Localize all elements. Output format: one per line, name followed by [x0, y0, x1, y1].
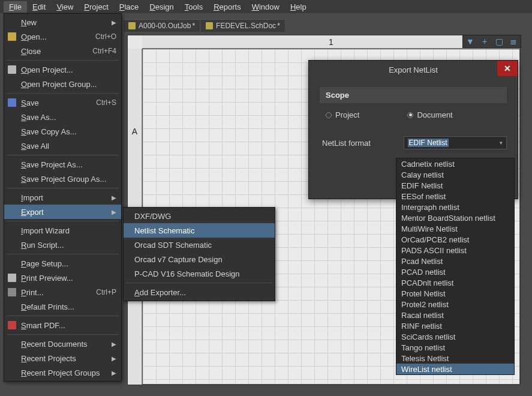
netlist-option[interactable]: RINF netlist — [396, 320, 514, 331]
close-button[interactable]: ✕ — [497, 61, 518, 76]
netlist-option[interactable]: Protel Netlist — [396, 288, 514, 299]
menu-item-save-as[interactable]: Save As... — [4, 110, 121, 124]
menu-item-export[interactable]: Export▶ — [4, 205, 121, 219]
netlist-option[interactable]: PCADnlt netlist — [396, 277, 514, 288]
menu-item-label: Netlist Schematic — [134, 226, 194, 235]
canvas-toolbar: ▼ + ▢ ≣ — [462, 35, 521, 48]
netlist-option[interactable]: Protel2 netlist — [396, 299, 514, 310]
menu-separator — [7, 316, 119, 316]
menu-item-label: Recent Documents — [21, 340, 88, 349]
menu-item-save-proj[interactable]: Save Project As... — [4, 157, 121, 172]
dirty-indicator: * — [192, 22, 195, 30]
menu-item-run-script[interactable]: Run Script... — [4, 238, 121, 252]
menu-item-open-group[interactable]: Open Project Group... — [4, 77, 121, 91]
menu-separator — [7, 334, 119, 335]
menu-item-new[interactable]: New▶ — [4, 15, 121, 29]
rect-icon[interactable]: ▢ — [492, 35, 506, 47]
document-tab[interactable]: FEDEVEL.SchDoc * — [201, 19, 285, 32]
format-label: NetList format — [322, 139, 387, 148]
submenu-arrow-icon: ▶ — [112, 355, 116, 362]
export-item[interactable]: Orcad v7 Capture Design — [124, 252, 275, 266]
menu-item-save[interactable]: SaveCtrl+S — [4, 95, 121, 110]
netlist-option[interactable]: MultiWire Netlist — [396, 223, 514, 234]
menu-project[interactable]: Project — [79, 1, 113, 13]
menu-item-import-wiz[interactable]: Import Wizard — [4, 223, 121, 238]
menu-item-print[interactable]: Print...Ctrl+P — [4, 285, 121, 299]
dirty-indicator: * — [277, 22, 280, 30]
menu-item-smart-pdf[interactable]: Smart PDF... — [4, 318, 121, 332]
menu-item-open[interactable]: Open...Ctrl+O — [4, 29, 121, 44]
menu-item-label: P-CAD V16 Schematic Design — [134, 269, 240, 278]
netlist-option[interactable]: WireList netlist — [396, 364, 514, 374]
menu-item-open-project[interactable]: Open Project... — [4, 62, 121, 77]
list-icon[interactable]: ≣ — [506, 35, 521, 47]
menu-item-recent-docs[interactable]: Recent Documents▶ — [4, 337, 121, 351]
menu-place[interactable]: Place — [114, 1, 145, 13]
menu-item-print-preview[interactable]: Print Preview... — [4, 271, 121, 285]
menu-file[interactable]: File — [4, 1, 27, 13]
netlist-option[interactable]: Mentor BoardStation netlist — [396, 212, 514, 223]
netlist-option[interactable]: Intergraph netlist — [396, 202, 514, 212]
dialog-title: Export NetList — [389, 65, 438, 74]
menu-edit[interactable]: Edit — [27, 1, 51, 13]
menu-window[interactable]: Window — [247, 1, 285, 13]
menu-item-save-all[interactable]: Save All — [4, 139, 121, 153]
file-menu: New▶Open...Ctrl+OCloseCtrl+F4Open Projec… — [4, 13, 122, 382]
submenu-arrow-icon: ▶ — [112, 370, 116, 376]
add-exporter[interactable]: Add Exporter... — [124, 285, 275, 299]
netlist-option[interactable]: PADS ASCII netlist — [396, 245, 514, 256]
menu-item-label: Export — [21, 208, 44, 217]
combo-selected-value: EDIF Netlist — [408, 139, 449, 147]
export-item[interactable]: DXF/DWG — [124, 209, 275, 223]
export-item[interactable]: P-CAD V16 Schematic Design — [124, 266, 275, 281]
netlist-format-dropdown: Cadnetix netlistCalay netlistEDIF Netlis… — [396, 158, 515, 375]
menu-item-recent-groups[interactable]: Recent Project Groups▶ — [4, 365, 121, 380]
netlist-option[interactable]: Tango netlist — [396, 342, 514, 353]
menu-view[interactable]: View — [51, 1, 79, 13]
netlist-option[interactable]: Calay netlist — [396, 169, 514, 180]
plus-icon[interactable]: + — [477, 35, 492, 47]
menu-item-save-group[interactable]: Save Project Group As... — [4, 172, 121, 186]
menu-item-label: Recent Projects — [21, 354, 76, 363]
menu-design[interactable]: Design — [144, 1, 179, 13]
menu-item-label: Import — [21, 193, 43, 202]
radio-project[interactable]: Project — [326, 110, 359, 119]
menu-item-close[interactable]: CloseCtrl+F4 — [4, 44, 121, 58]
menu-help[interactable]: Help — [285, 1, 312, 13]
menu-item-label: Orcad v7 Capture Design — [134, 255, 223, 264]
export-item[interactable]: Netlist Schematic — [124, 223, 275, 238]
netlist-format-combo[interactable]: EDIF Netlist ▾ — [404, 136, 507, 149]
save-icon — [8, 98, 16, 107]
tab-label: FEDEVEL.SchDoc — [216, 22, 276, 30]
radio-document[interactable]: Document — [407, 110, 452, 119]
menu-item-default-prints[interactable]: Default Prints... — [4, 299, 121, 314]
doc-icon — [8, 274, 16, 282]
menu-item-label: Default Prints... — [21, 302, 74, 311]
menu-tools[interactable]: Tools — [179, 1, 208, 13]
netlist-option[interactable]: PCAD netlist — [396, 266, 514, 277]
netlist-option[interactable]: Cadnetix netlist — [396, 158, 514, 169]
netlist-option[interactable]: SciCards netlist — [396, 331, 514, 342]
document-tab[interactable]: A000-00.OutJob * — [124, 19, 200, 32]
netlist-option[interactable]: EESof netlist — [396, 191, 514, 202]
menu-item-label: Recent Project Groups — [21, 368, 100, 377]
menu-item-page-setup[interactable]: Page Setup... — [4, 256, 121, 271]
tab-label: A000-00.OutJob — [139, 22, 191, 30]
export-item[interactable]: Orcad SDT Schematic — [124, 238, 275, 252]
netlist-option[interactable]: Racal netlist — [396, 310, 514, 320]
netlist-option[interactable]: EDIF Netlist — [396, 180, 514, 191]
dialog-title-bar[interactable]: Export NetList ✕ — [309, 61, 518, 79]
filter-icon[interactable]: ▼ — [463, 35, 477, 47]
menu-separator — [7, 188, 119, 188]
netlist-option[interactable]: OrCad/PCB2 netlist — [396, 234, 514, 245]
menu-item-import[interactable]: Import▶ — [4, 190, 121, 205]
menu-item-label: Save Project As... — [21, 160, 83, 169]
menu-reports[interactable]: Reports — [208, 1, 247, 13]
submenu-arrow-icon: ▶ — [112, 209, 116, 215]
submenu-arrow-icon: ▶ — [112, 341, 116, 347]
netlist-option[interactable]: Pcad Netlist — [396, 256, 514, 266]
menu-item-save-copy[interactable]: Save Copy As... — [4, 124, 121, 139]
menu-item-label: New — [21, 18, 37, 27]
netlist-option[interactable]: Telesis Netlist — [396, 353, 514, 364]
menu-item-recent-projs[interactable]: Recent Projects▶ — [4, 351, 121, 365]
